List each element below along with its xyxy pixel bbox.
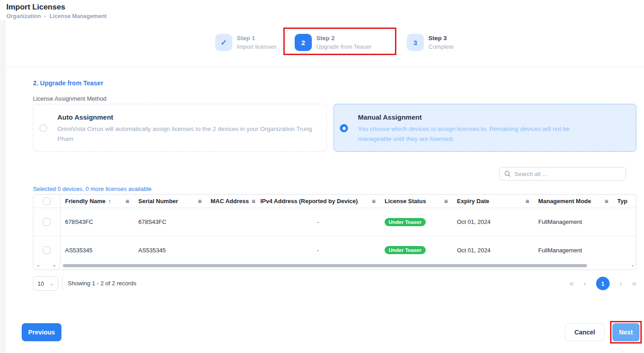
ipv4-address-cell: - [256, 236, 380, 264]
scroll-right-end-icon[interactable]: ▸ [632, 264, 634, 268]
previous-button[interactable]: Previous [22, 323, 61, 341]
row-checkbox[interactable] [43, 246, 51, 254]
management-mode-cell: FullManagement [534, 236, 613, 264]
next-page-button[interactable]: › [620, 279, 622, 288]
column-mac-address[interactable]: MAC Address ≡ [206, 195, 256, 208]
section-title: 2. Upgrade from Teaser [33, 79, 103, 87]
header-divider [5, 67, 644, 67]
license-status-cell: Under Teaser [380, 236, 452, 264]
column-menu-icon[interactable]: ≡ [372, 198, 376, 205]
management-mode-cell: FullManagement [534, 208, 613, 236]
column-type[interactable]: Typ [613, 195, 636, 208]
step2-labels: Step 2 Upgrade from Teaser [316, 35, 371, 50]
step3-labels: Step 3 Complete [428, 35, 454, 50]
column-label: IPv4 Address (Reported by Device) [260, 198, 358, 204]
scrollbar-thumb[interactable] [63, 264, 587, 267]
column-label: License Status [385, 198, 426, 204]
column-friendly-name[interactable]: Friendly Name ↑ ≡ [61, 195, 134, 208]
page-size-select[interactable]: 10 ⌄ [33, 276, 58, 291]
column-expiry-date[interactable]: Expiry Date ≡ [452, 195, 534, 208]
auto-assignment-radio[interactable] [39, 124, 47, 132]
type-cell [613, 236, 636, 264]
next-button[interactable]: Next [612, 323, 639, 341]
step3-title: Step 3 [428, 35, 454, 42]
column-label: Serial Number [138, 198, 178, 204]
step2-subtitle: Upgrade from Teaser [316, 43, 371, 50]
devices-table: Friendly Name ↑ ≡ Serial Number ≡ MAC Ad… [33, 194, 636, 270]
manual-assignment-card[interactable]: Manual Assignment You choose which devic… [334, 104, 636, 152]
header-checkbox-cell [33, 195, 61, 208]
check-icon: ✓ [221, 38, 227, 47]
step2-title: Step 2 [316, 35, 371, 42]
step1-badge: ✓ [215, 34, 232, 51]
row-checkbox[interactable] [43, 218, 51, 226]
column-license-status[interactable]: License Status ≡ [380, 195, 452, 208]
records-summary: Showing 1 - 2 of 2 records [68, 280, 136, 287]
manual-assignment-title: Manual Assignment [358, 113, 422, 121]
page-size-value: 10 [38, 280, 44, 287]
breadcrumb-separator: - [44, 13, 46, 19]
column-label: Friendly Name [65, 198, 106, 204]
column-menu-icon[interactable]: ≡ [444, 198, 448, 205]
type-cell [613, 208, 636, 236]
table-row[interactable]: 678S43FC 678S43FC - Under Teaser Oct 01,… [33, 208, 636, 236]
column-management-mode[interactable]: Management Mode ≡ [534, 195, 613, 208]
step3-badge: 3 [407, 34, 424, 51]
page-title: Import Licenses [6, 3, 65, 12]
mac-address-cell [206, 208, 256, 236]
ipv4-address-cell: - [256, 208, 380, 236]
status-badge: Under Teaser [385, 246, 426, 254]
search-box[interactable] [499, 167, 626, 181]
frozen-column-scroll[interactable]: ◂ ▸ [33, 264, 60, 268]
column-menu-icon[interactable]: ≡ [126, 198, 129, 205]
column-ipv4-address[interactable]: IPv4 Address (Reported by Device) ≡ [256, 195, 380, 208]
select-all-checkbox[interactable] [43, 197, 51, 205]
mac-address-cell [206, 236, 256, 264]
cancel-button[interactable]: Cancel [565, 323, 605, 341]
scroll-left-icon[interactable]: ◂ [37, 264, 39, 268]
search-icon [504, 171, 511, 177]
selection-summary-link[interactable]: Selected 0 devices, 0 more licenses avai… [33, 186, 151, 192]
auto-assignment-title: Auto Assignment [57, 113, 113, 121]
column-menu-icon[interactable]: ≡ [605, 198, 608, 205]
left-gutter [0, 20, 5, 353]
step3-number: 3 [414, 39, 417, 46]
previous-page-button[interactable]: ‹ [583, 279, 586, 288]
friendly-name-cell: 678S43FC [61, 208, 134, 236]
manual-assignment-radio[interactable] [340, 124, 348, 132]
column-label: Management Mode [538, 198, 591, 204]
search-input[interactable] [514, 171, 621, 177]
column-label: MAC Address [211, 198, 249, 204]
step2-number: 2 [301, 39, 305, 46]
sort-asc-icon[interactable]: ↑ [108, 198, 112, 204]
table-header-row: Friendly Name ↑ ≡ Serial Number ≡ MAC Ad… [33, 195, 636, 208]
column-label: Expiry Date [457, 198, 489, 204]
column-serial-number[interactable]: Serial Number ≡ [134, 195, 206, 208]
row-checkbox-cell [33, 236, 61, 264]
step3-subtitle: Complete [428, 43, 454, 50]
license-status-cell: Under Teaser [380, 208, 452, 236]
first-page-button[interactable]: « [569, 279, 573, 288]
column-menu-icon[interactable]: ≡ [526, 198, 529, 205]
manual-assignment-description: You choose which devices to assign licen… [358, 124, 597, 144]
serial-number-cell: AS535345 [134, 236, 206, 264]
column-menu-icon[interactable]: ≡ [252, 198, 255, 205]
chevron-down-icon: ⌄ [50, 281, 54, 287]
scroll-right-icon[interactable]: ▸ [54, 264, 56, 268]
pager-divider [62, 276, 62, 291]
column-menu-icon[interactable]: ≡ [198, 198, 202, 205]
breadcrumb: Organization - License Management [6, 13, 108, 19]
breadcrumb-license-management[interactable]: License Management [50, 13, 107, 19]
auto-assignment-card[interactable]: Auto Assignment OmniVista Cirrus will au… [33, 104, 327, 152]
pagination: « ‹ 1 › » [532, 276, 636, 291]
expiry-date-cell: Oct 01, 2024 [452, 208, 534, 236]
serial-number-cell: 678S43FC [134, 208, 206, 236]
auto-assignment-description: OmniVista Cirrus will automatically assi… [57, 124, 325, 144]
current-page-button[interactable]: 1 [596, 277, 610, 290]
breadcrumb-organization[interactable]: Organization [6, 13, 41, 19]
horizontal-scrollbar[interactable]: ◂ ▸ ▸ [33, 263, 636, 269]
last-page-button[interactable]: » [632, 279, 636, 288]
friendly-name-cell: AS535345 [61, 236, 134, 264]
column-label: Typ [617, 198, 627, 204]
table-row[interactable]: AS535345 AS535345 - Under Teaser Oct 01,… [33, 236, 636, 264]
